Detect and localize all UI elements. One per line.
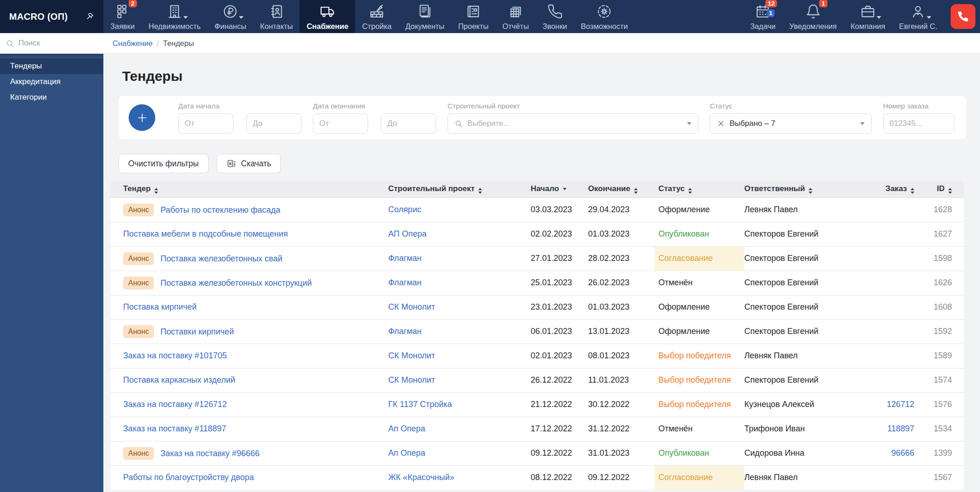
project-select[interactable]: Выберите... [448, 113, 698, 134]
project-link[interactable]: СК Монолит [388, 302, 435, 311]
column-header-id[interactable]: ID [923, 181, 964, 198]
chevron-down-icon [183, 16, 188, 19]
tender-link[interactable]: Заказ на поставку #101705 [123, 351, 227, 360]
nav-item-supplies[interactable]: Снабжение [300, 0, 355, 33]
excel-file-icon [227, 158, 237, 169]
plus-icon [136, 112, 148, 124]
nav-items-right: 121Задачи1УведомленияКомпанияЕвгений С. [743, 0, 944, 33]
project-cell: Солярис [388, 198, 531, 222]
tender-link[interactable]: Заказ на поставку #118897 [123, 424, 226, 433]
app-logo[interactable]: MACRO (ОП) [0, 0, 103, 33]
order-link[interactable]: 126712 [887, 400, 914, 409]
status-cell: Оформление [655, 198, 744, 222]
briefcase-icon [860, 4, 876, 19]
sidebar-search [0, 33, 103, 54]
column-header-label: Начало [531, 184, 559, 193]
nav-item-tasks[interactable]: 121Задачи [743, 0, 782, 33]
project-link[interactable]: Флагман [388, 254, 422, 263]
filter-label: Номер заказа [883, 102, 954, 110]
announce-badge: Анонс [123, 252, 154, 265]
column-header-order[interactable]: Заказ [861, 181, 923, 198]
order-cell [861, 198, 923, 222]
start-date-cell: 03.03.2023 [531, 198, 588, 222]
nav-item-label: Проекты [458, 23, 488, 30]
project-link[interactable]: ГК 1137 Стройка [388, 400, 452, 409]
date-start-to-input[interactable] [246, 113, 301, 134]
order-link[interactable]: 96666 [891, 448, 914, 458]
status-select[interactable]: Выбрано – 7 [710, 113, 872, 134]
sidebar-search-input[interactable] [18, 39, 98, 48]
end-date-cell: 01.03.2023 [588, 222, 655, 246]
notifications-count-badge: 1 [819, 0, 827, 7]
end-date-cell: 09.12.2022 [588, 465, 655, 490]
tender-link[interactable]: Поставка каркасных изделий [123, 375, 235, 385]
nav-item-calls[interactable]: Звонки [536, 0, 574, 33]
nav-item-finance[interactable]: Финансы [208, 0, 253, 33]
id-cell: 1592 [923, 319, 964, 344]
project-link[interactable]: Ап Опера [388, 448, 425, 458]
tender-link[interactable]: Заказ на поставку #126712 [123, 400, 227, 409]
tender-link[interactable]: Работы по благоустройству двора [123, 473, 254, 482]
order-number-input[interactable] [883, 113, 954, 134]
project-link[interactable]: Флагман [388, 327, 422, 336]
nav-item-construction[interactable]: Стройка [355, 0, 398, 33]
call-button[interactable] [951, 4, 975, 29]
status-cell: Согласование [655, 246, 744, 271]
nav-item-label: Стройка [362, 23, 391, 30]
column-header-start[interactable]: Начало [531, 181, 588, 198]
order-link[interactable]: 118897 [887, 424, 914, 433]
order-cell [861, 319, 923, 344]
project-link[interactable]: СК Монолит [388, 351, 435, 360]
nav-item-requests[interactable]: 2Заявки [103, 0, 142, 33]
project-link[interactable]: Флагман [388, 278, 422, 287]
tender-link[interactable]: Заказ на поставку #96666 [160, 449, 260, 458]
tender-link[interactable]: Поставки кирпичей [160, 327, 234, 336]
project-cell: Ап Опера [388, 441, 531, 465]
nav-item-company[interactable]: Компания [844, 0, 892, 33]
project-link[interactable]: Солярис [388, 205, 421, 214]
sidebar-item-accreditation[interactable]: Аккредитация [0, 74, 103, 90]
tender-link[interactable]: Поставка железобетонных конструкций [160, 278, 312, 288]
tender-link[interactable]: Поставка мебели в подсобные помещения [123, 229, 288, 238]
end-date-cell: 30.12.2022 [588, 392, 655, 417]
project-cell: Ап Опера [388, 417, 531, 441]
chevron-down-icon [877, 16, 881, 19]
nav-item-user-menu[interactable]: Евгений С. [892, 0, 944, 33]
column-header-project[interactable]: Строительный проект [388, 181, 531, 198]
column-header-responsible[interactable]: Ответственный [744, 181, 861, 198]
nav-item-notifications[interactable]: 1Уведомления [782, 0, 844, 33]
tender-link[interactable]: Работы по остеклению фасада [160, 205, 280, 215]
nav-item-label: Возможности [581, 23, 628, 30]
responsible-cell: Спекторов Евгений [744, 271, 861, 295]
column-header-tender[interactable]: Тендер [110, 181, 388, 198]
phone-call-icon [957, 11, 969, 23]
tender-link[interactable]: Поставка железобетонных свай [160, 254, 282, 263]
add-tender-button[interactable] [129, 104, 155, 131]
nav-item-features[interactable]: Возможности [574, 0, 634, 33]
order-cell [861, 295, 923, 319]
nav-item-contacts[interactable]: Контакты [253, 0, 300, 33]
date-start-from-input[interactable] [178, 113, 233, 134]
project-link[interactable]: ЖК «Красочный» [388, 473, 454, 482]
project-link[interactable]: СК Монолит [388, 375, 435, 385]
breadcrumb-link-supplies[interactable]: Снабжение [113, 39, 153, 48]
download-button[interactable]: Скачать [217, 154, 281, 173]
sidebar-item-tenders[interactable]: Тендеры [0, 58, 103, 74]
clear-filters-button[interactable]: Очистить фильтры [119, 154, 209, 173]
date-end-to-input[interactable] [381, 113, 436, 134]
nav-item-documents[interactable]: Документы [398, 0, 451, 33]
responsible-cell: Спекторов Евгений [744, 319, 861, 344]
project-link[interactable]: Ап Опера [388, 424, 425, 433]
start-date-cell: 08.12.2022 [531, 465, 588, 490]
nav-item-reports[interactable]: Отчёты [495, 0, 536, 33]
column-header-status[interactable]: Статус [655, 181, 744, 198]
nav-item-projects[interactable]: Проекты [451, 0, 495, 33]
project-link[interactable]: АП Опера [388, 229, 427, 238]
column-header-end[interactable]: Окончание [588, 181, 655, 198]
clear-x-icon[interactable] [717, 119, 725, 128]
pin-icon[interactable] [85, 12, 94, 22]
date-end-from-input[interactable] [313, 113, 368, 134]
sidebar-item-categories[interactable]: Категории [0, 90, 103, 105]
tender-link[interactable]: Поставка кирпичей [123, 302, 197, 311]
nav-item-realty[interactable]: Недвижимость [142, 0, 208, 33]
